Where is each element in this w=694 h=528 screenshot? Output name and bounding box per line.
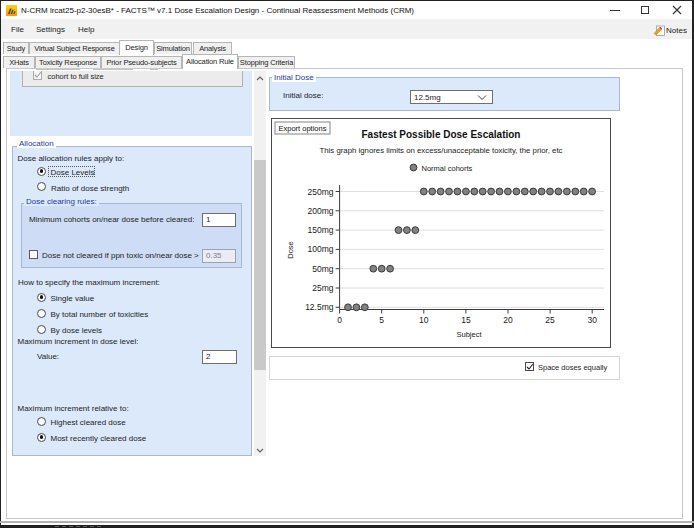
svg-text:15: 15 [461,315,471,325]
svg-text:50mg: 50mg [312,264,334,274]
svg-text:Subject: Subject [456,330,482,339]
svg-text:20: 20 [503,315,513,325]
svg-text:100mg: 100mg [308,244,334,254]
svg-text:150mg: 150mg [308,225,334,235]
svg-text:25: 25 [545,315,555,325]
svg-text:5: 5 [379,315,384,325]
svg-text:Fastest Possible Dose Escalati: Fastest Possible Dose Escalation [362,129,521,140]
svg-text:Dose: Dose [286,241,295,259]
svg-text:250mg: 250mg [308,187,334,197]
svg-text:10: 10 [419,315,429,325]
svg-text:Export options: Export options [279,124,327,133]
svg-text:0: 0 [337,315,342,325]
svg-text:200mg: 200mg [308,206,334,216]
svg-text:25mg: 25mg [312,283,334,293]
svg-text:12.5mg: 12.5mg [305,302,334,312]
svg-text:Normal cohorts: Normal cohorts [422,164,473,173]
svg-text:This graph ignores limits on e: This graph ignores limits on excess/unac… [320,146,563,155]
svg-text:30: 30 [587,315,597,325]
